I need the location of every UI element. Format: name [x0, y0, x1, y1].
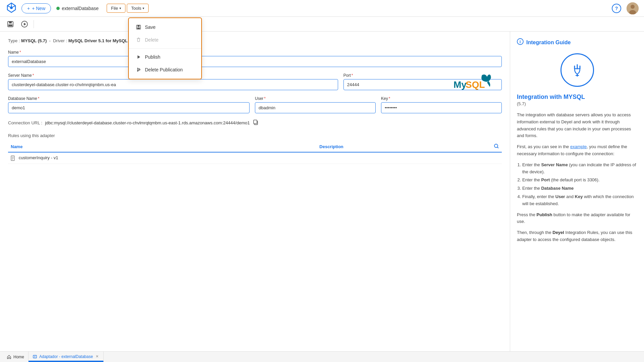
svg-rect-25 — [254, 120, 257, 124]
bottom-tabs: Home Adaptador - externalDatabase ✕ — [0, 351, 644, 362]
guide-para3: Press the Publish button to make the ada… — [517, 212, 637, 226]
save-toolbar-button[interactable] — [5, 19, 15, 29]
help-label: ? — [615, 6, 618, 11]
adapter-name-label: externalDatabase — [62, 6, 99, 11]
user-label: User* — [255, 96, 376, 101]
file-menu-button[interactable]: File ▾ — [107, 4, 125, 13]
content-panel: Type : MYSQL (5.7) - Driver : MySQL Driv… — [0, 32, 510, 351]
user-input[interactable] — [255, 102, 376, 113]
table-row[interactable]: customerInquiry - v1 — [8, 152, 502, 164]
rule-action-cell — [488, 152, 502, 164]
rule-desc-cell — [317, 152, 488, 164]
port-required: * — [352, 73, 353, 78]
form-row-2: Server Name* Port* — [8, 73, 502, 90]
plus-icon: + — [27, 6, 30, 11]
rules-table: Name Description — [8, 141, 502, 164]
svg-rect-9 — [137, 27, 140, 29]
guide-para2: First, as you can see in the example, yo… — [517, 143, 637, 158]
guide-version: (5.7) — [517, 101, 637, 106]
driver-label: Driver : — [53, 38, 67, 43]
database-name-label: Database Name* — [8, 96, 250, 101]
delete-icon — [136, 37, 142, 43]
col-desc-header[interactable]: Description — [317, 141, 488, 152]
connection-url-row: Connection URL : jdbc:mysql://clusterdey… — [8, 119, 502, 126]
step-3: Enter the Database Name — [522, 185, 637, 192]
type-driver-line: Type : MYSQL (5.7) - Driver : MySQL Driv… — [8, 38, 502, 43]
svg-text:i: i — [520, 40, 521, 44]
deyel-bold-text: Deyel — [552, 230, 564, 235]
adapter-title: externalDatabase — [56, 6, 99, 11]
file-tools-menu: File ▾ Tools ▾ — [107, 4, 149, 13]
guide-header: i Integration Guide — [517, 38, 637, 47]
type-value: MYSQL (5.7) — [21, 38, 47, 43]
col-name-header[interactable]: Name — [8, 141, 317, 152]
logo — [5, 2, 17, 15]
svg-point-26 — [494, 144, 498, 147]
type-label: Type : — [8, 38, 20, 43]
svg-rect-17 — [9, 21, 12, 23]
example-link[interactable]: example — [570, 144, 587, 149]
guide-para1: The integration with database servers al… — [517, 112, 637, 139]
svg-marker-13 — [138, 55, 140, 59]
rule-file-icon — [11, 155, 17, 160]
adapter-tab-icon — [33, 354, 37, 359]
user-group: User* — [255, 96, 376, 113]
user-required: * — [264, 96, 266, 101]
info-icon: i — [517, 38, 524, 47]
chevron-down-icon: ▾ — [119, 6, 121, 10]
menu-item-delete[interactable]: Delete — [129, 34, 201, 46]
search-col-header[interactable] — [488, 141, 502, 152]
tab-adapter-label: Adaptador - externalDatabase — [39, 354, 93, 359]
guide-title-heading: Integration Guide — [526, 40, 571, 46]
copy-icon[interactable] — [253, 119, 259, 126]
run-toolbar-button[interactable] — [19, 19, 30, 29]
name-input[interactable] — [8, 56, 130, 67]
step-4: Finally, enter the User and Key with whi… — [522, 193, 637, 207]
db-required: * — [38, 96, 40, 101]
file-menu-label: File — [111, 6, 118, 11]
key-label: Key* — [381, 96, 502, 101]
server-required: * — [33, 73, 34, 78]
svg-rect-8 — [138, 25, 140, 27]
tab-adapter[interactable]: Adaptador - externalDatabase ✕ — [29, 352, 104, 362]
key-required: * — [389, 96, 390, 101]
home-icon — [7, 355, 11, 359]
guide-para4: Then, through the Deyel Integration Rule… — [517, 229, 637, 243]
integration-title: Integration with MYSQL — [517, 94, 637, 101]
help-button[interactable]: ? — [612, 4, 621, 13]
rules-section: Rules using this adapter Name Descriptio… — [8, 133, 502, 164]
svg-line-27 — [497, 147, 498, 148]
svg-rect-10 — [138, 39, 140, 42]
tools-menu-button[interactable]: Tools ▾ — [127, 4, 149, 13]
menu-item-delete-publication[interactable]: Delete Publication — [129, 63, 201, 76]
database-name-input[interactable] — [8, 102, 250, 113]
nav-right: ? — [612, 2, 639, 14]
key-input[interactable] — [381, 102, 502, 113]
menu-item-publish[interactable]: Publish — [129, 51, 201, 63]
rules-section-label: Rules using this adapter — [8, 133, 502, 138]
publish-icon — [136, 54, 142, 60]
svg-point-5 — [631, 5, 635, 9]
save-label: Save — [145, 24, 156, 30]
table-header-row: Name Description — [8, 141, 502, 152]
database-name-group: Database Name* — [8, 96, 250, 113]
user-avatar[interactable] — [627, 2, 639, 14]
tab-close-button[interactable]: ✕ — [95, 354, 99, 359]
tab-home[interactable]: Home — [3, 352, 29, 362]
guide-body: The integration with database servers al… — [517, 112, 637, 243]
right-panel: i Integration Guide Integration with MYS… — [510, 32, 644, 351]
toolbar-separator — [34, 20, 34, 28]
tools-menu-label: Tools — [131, 6, 141, 11]
rule-name-cell: customerInquiry - v1 — [8, 152, 317, 164]
step-2: Enter the Port (the default port is 3306… — [522, 177, 637, 184]
mysql-logo: My SQL — [453, 72, 494, 92]
connection-url-label: Connection URL : — [8, 120, 42, 125]
svg-text:SQL: SQL — [466, 79, 485, 90]
status-dot — [56, 7, 60, 10]
menu-item-save[interactable]: Save — [129, 21, 201, 34]
key-group: Key* — [381, 96, 502, 113]
new-button[interactable]: + + New — [21, 3, 51, 13]
server-name-input[interactable] — [8, 79, 338, 90]
delete-label: Delete — [145, 37, 158, 43]
rules-table-body: customerInquiry - v1 — [8, 152, 502, 164]
